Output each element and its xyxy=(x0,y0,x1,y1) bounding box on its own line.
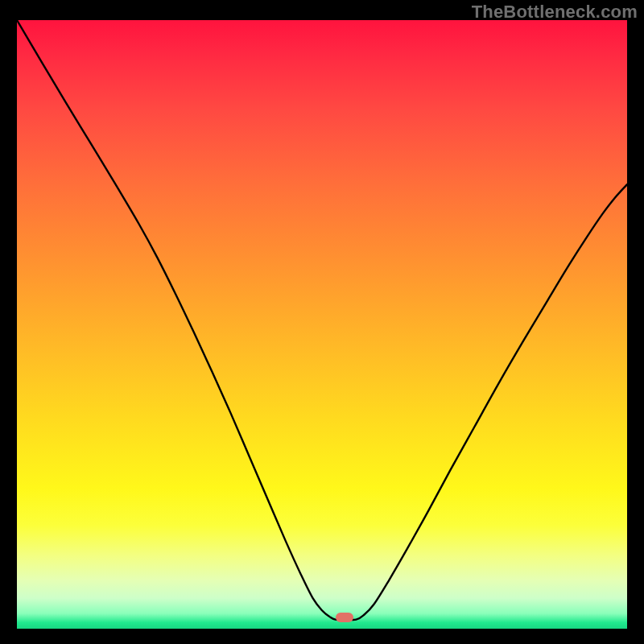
optimal-marker xyxy=(336,613,353,622)
plot-area xyxy=(17,20,627,629)
curve-svg xyxy=(17,20,627,629)
chart-frame: TheBottleneck.com xyxy=(0,0,644,644)
bottleneck-curve-path xyxy=(17,20,627,620)
